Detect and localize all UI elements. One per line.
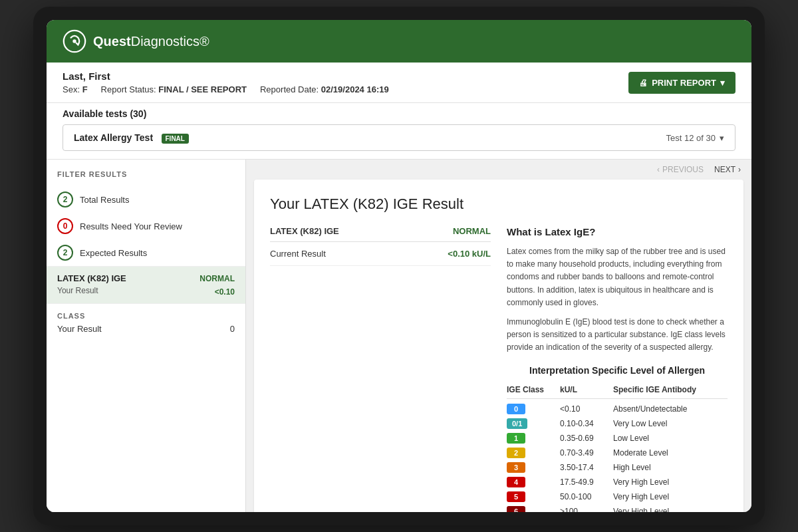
what-is-para1: Latex comes from the milky sap of the ru… bbox=[507, 245, 728, 309]
ige-row: 4 17.5-49.9 Very High Level bbox=[507, 475, 728, 489]
class-your-result-label: Your Result bbox=[57, 324, 102, 334]
total-results-label: Total Results bbox=[80, 195, 129, 205]
what-is-title: What is Latex IgE? bbox=[507, 226, 728, 237]
chevron-right-icon: › bbox=[738, 165, 741, 174]
result-item-header: LATEX (K82) IGE NORMAL bbox=[57, 273, 235, 283]
reported-date: Reported Date: 02/19/2024 16:19 bbox=[260, 84, 389, 94]
patient-meta: Sex: F Report Status: FINAL / SEE REPORT… bbox=[63, 84, 389, 94]
patient-bar: Last, First Sex: F Report Status: FINAL … bbox=[47, 63, 751, 103]
needs-review-badge: 0 bbox=[57, 218, 73, 234]
result-left: LATEX (K82) IGE NORMAL Current Result <0… bbox=[270, 226, 491, 512]
interpretation-title: Interpretation Specific Level of Allerge… bbox=[507, 365, 728, 376]
class-your-result-value: 0 bbox=[230, 324, 235, 334]
chevron-left-icon: ‹ bbox=[657, 165, 660, 174]
expected-results-badge: 2 bbox=[57, 245, 73, 261]
ige-table: IGE Class kU/L Specific IGE Antibody 0 <… bbox=[507, 385, 728, 513]
filter-needs-review[interactable]: 0 Results Need Your Review bbox=[47, 213, 245, 239]
interpretation-section: Interpretation Specific Level of Allerge… bbox=[507, 365, 728, 513]
your-result-value: <0.10 bbox=[215, 287, 235, 297]
result-card: Your LATEX (K82) IGE Result LATEX (K82) … bbox=[254, 180, 743, 512]
main-content: FILTER RESULTS 2 Total Results 0 Results… bbox=[47, 160, 751, 512]
filter-expected-results[interactable]: 2 Expected Results bbox=[47, 239, 245, 266]
printer-icon: 🖨 bbox=[639, 78, 648, 88]
expected-results-label: Expected Results bbox=[80, 248, 147, 258]
result-table-header: LATEX (K82) IGE NORMAL bbox=[270, 226, 491, 242]
device-frame: QuestDiagnostics® Last, First Sex: F Rep… bbox=[33, 7, 765, 525]
test-selector[interactable]: Latex Allergy Test FINAL Test 12 of 30 ▾ bbox=[63, 124, 735, 151]
test-selector-left: Latex Allergy Test FINAL bbox=[74, 132, 189, 144]
header-bar: QuestDiagnostics® bbox=[47, 20, 751, 63]
logo-text: QuestDiagnostics® bbox=[93, 34, 209, 49]
screen: QuestDiagnostics® Last, First Sex: F Rep… bbox=[47, 20, 751, 512]
ige-row: 6 >100 Very High Level bbox=[507, 504, 728, 513]
svg-point-1 bbox=[72, 39, 76, 43]
latex-result-item[interactable]: LATEX (K82) IGE NORMAL Your Result <0.10 bbox=[47, 266, 245, 303]
filter-total-results[interactable]: 2 Total Results bbox=[47, 186, 245, 213]
chevron-down-icon: ▾ bbox=[720, 78, 725, 88]
tests-bar: Available tests (30) Latex Allergy Test … bbox=[47, 103, 751, 160]
test-counter: Test 12 of 30 ▾ bbox=[666, 133, 724, 143]
ige-row: 3 3.50-17.4 High Level bbox=[507, 460, 728, 475]
total-results-badge: 2 bbox=[57, 192, 73, 207]
ige-row: 1 0.35-0.69 Low Level bbox=[507, 431, 728, 446]
ige-row: 0 <0.10 Absent/Undetectable bbox=[507, 402, 728, 416]
nav-bar: ‹ PREVIOUS NEXT › bbox=[246, 160, 751, 180]
next-button[interactable]: NEXT › bbox=[714, 165, 741, 174]
needs-review-label: Results Need Your Review bbox=[80, 221, 182, 231]
ige-table-header: IGE Class kU/L Specific IGE Antibody bbox=[507, 385, 728, 399]
result-table-row: Current Result <0.10 kU/L bbox=[270, 242, 491, 266]
patient-name: Last, First bbox=[63, 70, 389, 82]
previous-button[interactable]: ‹ PREVIOUS bbox=[657, 165, 704, 174]
available-tests-label: Available tests (30) bbox=[63, 108, 735, 119]
ige-row: 0/1 0.10-0.34 Very Low Level bbox=[507, 416, 728, 431]
report-status: Report Status: FINAL / SEE REPORT bbox=[101, 84, 247, 94]
class-section: CLASS Your Result 0 bbox=[47, 303, 245, 339]
chevron-down-icon: ▾ bbox=[720, 133, 724, 143]
class-label: CLASS bbox=[57, 312, 235, 320]
patient-info: Last, First Sex: F Report Status: FINAL … bbox=[63, 70, 389, 94]
what-is-para2: Immunoglobulin E (IgE) blood test is don… bbox=[507, 316, 728, 354]
right-panel: ‹ PREVIOUS NEXT › Your LATEX (K82) IGE R… bbox=[246, 160, 751, 512]
logo: QuestDiagnostics® bbox=[63, 29, 209, 53]
result-title: Your LATEX (K82) IGE Result bbox=[270, 196, 728, 213]
your-result-label: Your Result bbox=[57, 286, 98, 297]
sidebar: FILTER RESULTS 2 Total Results 0 Results… bbox=[47, 160, 246, 512]
ige-row: 5 50.0-100 Very High Level bbox=[507, 489, 728, 504]
ige-row: 2 0.70-3.49 Moderate Level bbox=[507, 446, 728, 460]
filter-label: FILTER RESULTS bbox=[47, 170, 245, 186]
print-report-button[interactable]: 🖨 PRINT REPORT ▾ bbox=[628, 72, 735, 94]
quest-logo-icon bbox=[63, 29, 86, 53]
result-right: What is Latex IgE? Latex comes from the … bbox=[507, 226, 728, 512]
result-layout: LATEX (K82) IGE NORMAL Current Result <0… bbox=[270, 226, 728, 512]
patient-sex: Sex: F bbox=[63, 84, 88, 94]
class-value-row: Your Result 0 bbox=[57, 324, 235, 334]
